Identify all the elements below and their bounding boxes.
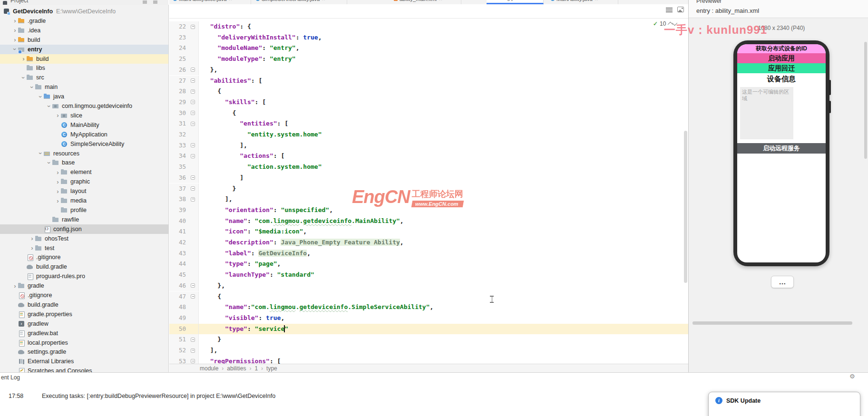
code-text[interactable]: "type": "page",	[199, 259, 688, 270]
tab-simpleserviceability-java[interactable]: SimpleServiceAbility.java×	[252, 0, 347, 4]
tree-item-java[interactable]: ›java	[0, 92, 168, 101]
code-line-49[interactable]: 49 "visible": true,	[169, 313, 688, 324]
tree-item-main[interactable]: ›main	[0, 82, 168, 92]
chevron-expanded-icon[interactable]: ›	[38, 151, 43, 156]
code-text[interactable]: "deliveryWithInstall": true,	[199, 32, 688, 43]
chevron-collapsed-icon[interactable]: ›	[55, 113, 60, 118]
code-line-41[interactable]: 41 "icon": "$media:icon",	[169, 226, 688, 237]
code-text[interactable]: "moduleName": "entry",	[199, 43, 688, 54]
editor-image-icon[interactable]	[677, 7, 684, 12]
close-icon[interactable]: ×	[439, 0, 442, 2]
code-text[interactable]: "moduleType": "entry"	[199, 54, 688, 65]
close-icon[interactable]: ×	[229, 0, 232, 2]
chevron-collapsed-icon[interactable]: ›	[55, 179, 60, 184]
code-line-26[interactable]: 26 },	[169, 65, 688, 76]
chevron-collapsed-icon[interactable]: ›	[12, 18, 18, 23]
tree-item-scratches-and-consoles[interactable]: ›Scratches and Consoles	[0, 366, 168, 372]
tree-item--gitignore[interactable]: ›.gitignore	[0, 252, 168, 262]
code-text[interactable]: "reqPermissions": [	[199, 356, 688, 364]
code-line-44[interactable]: 44 "type": "page",	[169, 259, 688, 270]
tree-item-gradle[interactable]: ›gradle	[0, 281, 168, 290]
fold-icon[interactable]	[191, 186, 195, 191]
close-icon[interactable]: ×	[322, 0, 325, 2]
code-text[interactable]: {	[199, 291, 688, 302]
tree-item-com-lingmou-getdeviceinfo[interactable]: ›com.lingmou.getdeviceinfo	[0, 101, 168, 111]
code-line-45[interactable]: 45 "launchType": "standard"	[169, 270, 688, 281]
code-text[interactable]: {	[199, 108, 688, 119]
tree-item-build[interactable]: ›build	[0, 35, 168, 45]
fold-icon[interactable]	[191, 111, 195, 115]
editor-scrollbar[interactable]	[684, 131, 687, 283]
fold-icon[interactable]	[191, 359, 195, 363]
tree-item--idea[interactable]: ›.idea	[0, 26, 168, 35]
code-text[interactable]: "visible": true,	[199, 313, 688, 324]
code-line-34[interactable]: 34 "actions": [	[169, 151, 688, 162]
tree-item-slice[interactable]: ›slice	[0, 111, 168, 120]
fold-icon[interactable]	[191, 78, 195, 83]
event-log-gear-icon[interactable]: ⚙	[849, 373, 855, 380]
code-text[interactable]: {	[199, 86, 688, 97]
fold-icon[interactable]	[191, 294, 195, 299]
code-editor[interactable]: 22 "distro": {23 "deliveryWithInstall": …	[169, 4, 688, 364]
code-line-24[interactable]: 24 "moduleName": "entry",	[169, 43, 688, 54]
code-line-50[interactable]: 50 "type": "service"	[169, 324, 688, 335]
tree-item-test[interactable]: ›test	[0, 243, 168, 253]
tree-item-element[interactable]: ›element	[0, 167, 168, 177]
code-text[interactable]: "action.system.home"	[199, 162, 688, 173]
code-line-33[interactable]: 33 ],	[169, 140, 688, 151]
code-text[interactable]: ],	[199, 345, 688, 356]
breadcrumb-item-module[interactable]: module	[200, 365, 218, 372]
chevron-expanded-icon[interactable]: ›	[21, 75, 26, 80]
code-line-36[interactable]: 36 ]	[169, 173, 688, 184]
code-line-42[interactable]: 42 "description": Java_Phone_Empty Featu…	[169, 237, 688, 248]
tree-item-build-gradle[interactable]: ›build.gradle	[0, 262, 168, 271]
tree-item-simpleserviceability[interactable]: ›SimpleServiceAbility	[0, 139, 168, 149]
tree-item-config-json[interactable]: ›config.json	[0, 224, 168, 234]
code-text[interactable]: "type": "service"	[199, 324, 688, 335]
code-text[interactable]: "entities": [	[199, 118, 688, 129]
tree-item-local-properties[interactable]: ›local.properties	[0, 338, 168, 348]
fold-icon[interactable]	[191, 100, 195, 104]
code-line-31[interactable]: 31 "entities": [	[169, 118, 688, 129]
code-line-43[interactable]: 43 "label": GetDeviceInfo,	[169, 248, 688, 259]
fold-icon[interactable]	[191, 283, 195, 288]
tree-item-root[interactable]: GetDeviceInfoE:\www\GetDeviceInfo	[0, 7, 168, 16]
chevron-collapsed-icon[interactable]: ›	[55, 198, 60, 203]
tree-item-rawfile[interactable]: ›rawfile	[0, 215, 168, 224]
tree-item-layout[interactable]: ›layout	[0, 186, 168, 196]
tree-collapse-icon[interactable]	[153, 0, 157, 4]
tree-item-gradlew-bat[interactable]: ›gradlew.bat	[0, 329, 168, 338]
code-line-47[interactable]: 47 {	[169, 291, 688, 302]
code-line-28[interactable]: 28 {	[169, 86, 688, 97]
code-text[interactable]: "label": GetDeviceInfo,	[199, 248, 688, 259]
close-icon[interactable]: ×	[524, 0, 527, 1]
tree-item-external-libraries[interactable]: ›External Libraries	[0, 357, 168, 366]
chevron-expanded-icon[interactable]: ›	[29, 85, 35, 90]
code-text[interactable]: },	[199, 65, 688, 76]
code-line-51[interactable]: 51 }	[169, 334, 688, 345]
fold-icon[interactable]	[191, 348, 195, 353]
chevron-expanded-icon[interactable]: ›	[47, 160, 52, 165]
fold-icon[interactable]	[191, 122, 195, 126]
tree-item-graphic[interactable]: ›graphic	[0, 177, 168, 186]
code-text[interactable]: "launchType": "standard"	[199, 270, 688, 281]
tab-mainabilityslice-java[interactable]: MainAbilitySlice.java×	[169, 0, 251, 4]
tree-item-libs[interactable]: ›libs	[0, 63, 168, 73]
code-line-35[interactable]: 35 "action.system.home"	[169, 162, 688, 173]
code-line-40[interactable]: 40 "name": "com.lingmou.getdeviceinfo.Ma…	[169, 216, 688, 227]
code-line-32[interactable]: 32 "entity.system.home"	[169, 129, 688, 140]
code-line-53[interactable]: 53 "reqPermissions": [	[169, 356, 688, 364]
tab-ability-main-xml[interactable]: ability_main.xml×	[390, 0, 461, 4]
chevron-collapsed-icon[interactable]: ›	[29, 245, 35, 251]
code-line-22[interactable]: 22 "distro": {	[169, 21, 688, 32]
fold-icon[interactable]	[191, 175, 195, 180]
code-line-29[interactable]: 29 "skills": [	[169, 97, 688, 108]
tree-item-mainability[interactable]: ›MainAbility	[0, 120, 168, 130]
editor-list-icon[interactable]	[666, 8, 673, 12]
tree-item--gitignore[interactable]: ›.gitignore	[0, 290, 168, 300]
fold-icon[interactable]	[191, 197, 195, 202]
chevron-collapsed-icon[interactable]: ›	[12, 283, 18, 289]
tree-item-media[interactable]: ›media	[0, 196, 168, 205]
fold-icon[interactable]	[191, 154, 195, 158]
code-line-23[interactable]: 23 "deliveryWithInstall": true,	[169, 32, 688, 43]
